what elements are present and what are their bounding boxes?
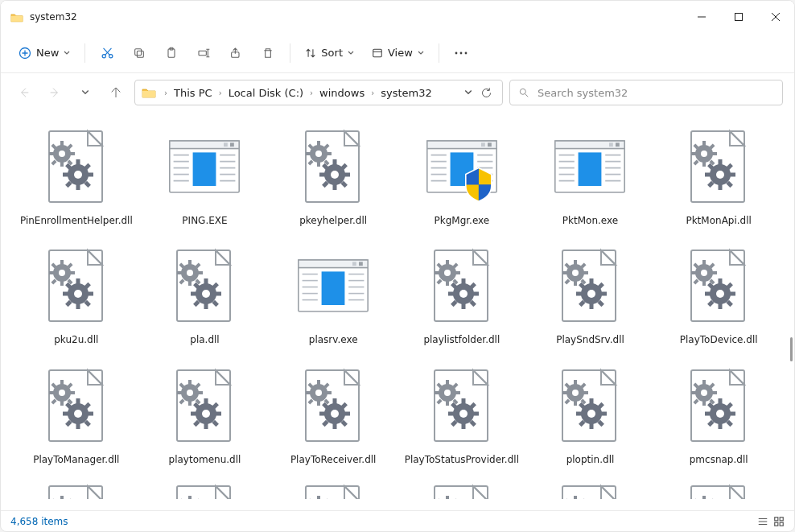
chevron-right-icon[interactable]: › <box>308 89 315 97</box>
file-thumbnail <box>680 480 757 499</box>
rename-button[interactable] <box>188 39 219 67</box>
chevron-down-icon <box>348 50 354 56</box>
file-item[interactable]: PlayToReceiver.dll <box>272 357 394 468</box>
file-item[interactable]: pkeyhelper.dll <box>272 118 394 229</box>
search-input[interactable] <box>538 87 774 99</box>
file-item[interactable] <box>529 476 652 502</box>
chevron-right-icon[interactable]: › <box>163 89 169 97</box>
file-name: pla.dll <box>190 334 219 345</box>
minimize-button[interactable] <box>683 1 720 33</box>
file-name: PlayToStatusProvider.dll <box>405 454 519 465</box>
file-name: PlayToDevice.dll <box>680 334 758 345</box>
svg-rect-37 <box>735 14 743 21</box>
file-thumbnail <box>38 241 115 331</box>
file-item[interactable]: PlaySndSrv.dll <box>529 237 652 348</box>
file-item[interactable]: PlayToStatusProvider.dll <box>401 357 523 468</box>
back-button[interactable] <box>12 80 36 105</box>
navigation-row: › This PC › Local Disk (C:) › windows › … <box>1 73 794 112</box>
file-item[interactable]: PkgMgr.exe <box>401 118 523 229</box>
file-item[interactable] <box>144 476 266 502</box>
file-thumbnail <box>166 122 243 212</box>
view-button[interactable]: View <box>364 42 432 64</box>
cut-button[interactable] <box>92 39 122 67</box>
file-name: PlayToReceiver.dll <box>290 454 377 465</box>
file-name: PktMon.exe <box>562 215 618 226</box>
file-item[interactable]: playlistfolder.dll <box>401 237 523 348</box>
copy-icon <box>133 47 146 60</box>
paste-button[interactable] <box>156 39 187 67</box>
chevron-down-icon[interactable] <box>464 89 472 97</box>
file-thumbnail <box>680 361 757 451</box>
chevron-right-icon[interactable]: › <box>217 89 224 97</box>
search-box[interactable] <box>509 80 783 105</box>
file-thumbnail <box>423 361 500 451</box>
file-item[interactable]: PktMon.exe <box>529 118 652 229</box>
file-item[interactable] <box>657 476 780 502</box>
scissors-icon <box>101 46 114 60</box>
file-item[interactable]: PinEnrollmentHelper.dll <box>15 118 138 229</box>
recent-button[interactable] <box>73 80 97 105</box>
close-button[interactable] <box>757 1 794 33</box>
svg-point-60 <box>464 52 467 54</box>
svg-rect-56 <box>373 49 382 56</box>
file-item[interactable]: plasrv.exe <box>272 237 394 348</box>
address-bar[interactable]: › This PC › Local Disk (C:) › windows › … <box>134 80 503 105</box>
share-button[interactable] <box>220 39 251 67</box>
up-button[interactable] <box>104 80 128 105</box>
clipboard-icon <box>165 47 178 60</box>
file-thumbnail <box>166 361 243 451</box>
file-item[interactable]: PING.EXE <box>144 118 266 229</box>
view-icon <box>372 47 383 59</box>
file-item[interactable]: pku2u.dll <box>15 237 138 348</box>
breadcrumb[interactable]: system32 <box>377 85 435 101</box>
refresh-icon[interactable] <box>480 87 492 99</box>
file-name: PktMonApi.dll <box>686 215 751 226</box>
svg-rect-51 <box>199 51 206 55</box>
folder-icon <box>10 12 23 23</box>
scrollbar[interactable] <box>790 337 793 361</box>
file-pane: PinEnrollmentHelper.dllPING.EXEpkeyhelpe… <box>1 112 794 510</box>
file-item[interactable]: PktMonApi.dll <box>657 118 780 229</box>
file-name: PING.EXE <box>182 215 227 226</box>
file-explorer-window: system32 New Sort View <box>0 0 795 532</box>
file-item[interactable]: playtomenu.dll <box>144 357 266 468</box>
ellipsis-icon <box>455 52 468 55</box>
breadcrumb[interactable]: This PC <box>171 85 216 101</box>
file-item[interactable] <box>15 476 138 502</box>
file-thumbnail <box>423 241 500 331</box>
new-button[interactable]: New <box>10 42 78 64</box>
file-name: playtomenu.dll <box>169 454 241 465</box>
file-item[interactable]: PlayToManager.dll <box>15 357 138 468</box>
delete-button[interactable] <box>253 39 283 67</box>
details-view-icon[interactable] <box>757 516 768 527</box>
file-name: PlaySndSrv.dll <box>556 334 624 345</box>
rename-icon <box>197 47 210 60</box>
file-item[interactable]: pla.dll <box>144 237 266 348</box>
svg-rect-69 <box>775 517 778 520</box>
file-thumbnail <box>423 480 500 499</box>
chevron-right-icon[interactable]: › <box>369 89 376 97</box>
file-item[interactable]: pmcsnap.dll <box>657 357 780 468</box>
svg-rect-48 <box>135 48 142 55</box>
svg-line-65 <box>525 94 529 97</box>
item-count: 4,658 items <box>10 516 68 527</box>
breadcrumb[interactable]: windows <box>316 85 368 101</box>
file-item[interactable]: ploptin.dll <box>529 357 652 468</box>
file-name: PkgMgr.exe <box>434 215 489 226</box>
file-thumbnail <box>551 480 628 499</box>
more-button[interactable] <box>446 39 476 67</box>
copy-button[interactable] <box>124 39 154 67</box>
file-thumbnail <box>680 241 757 331</box>
view-label: View <box>388 47 413 59</box>
file-name: plasrv.exe <box>309 334 358 345</box>
file-item[interactable] <box>272 476 394 502</box>
icons-view-icon[interactable] <box>773 516 785 527</box>
sort-button[interactable]: Sort <box>297 42 362 64</box>
svg-rect-72 <box>780 522 783 526</box>
breadcrumb[interactable]: Local Disk (C:) <box>225 85 307 101</box>
file-item[interactable] <box>401 476 523 502</box>
file-item[interactable]: PlayToDevice.dll <box>657 237 780 348</box>
maximize-button[interactable] <box>720 1 757 33</box>
sort-label: Sort <box>321 47 343 59</box>
forward-button[interactable] <box>43 80 67 105</box>
